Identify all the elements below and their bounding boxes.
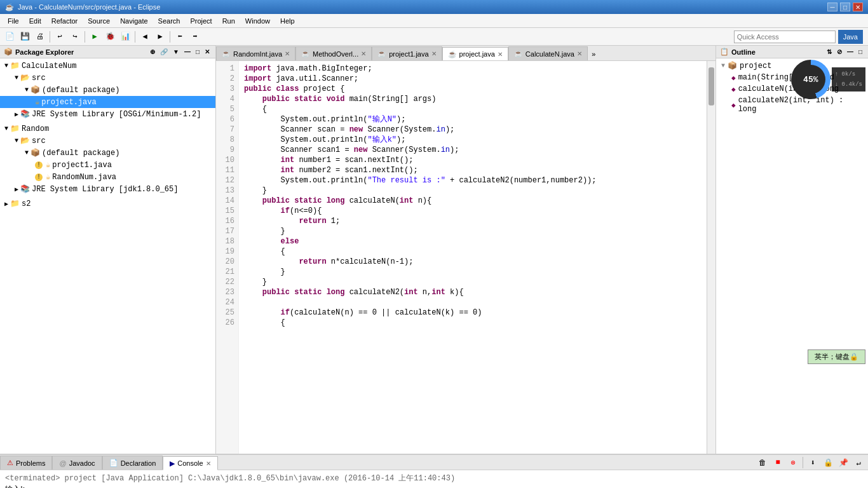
jre-library-random[interactable]: ▶ 📚 JRE System Library [jdk1.8.0_65] (0, 183, 215, 195)
console-terminate-button[interactable]: ⊗ (786, 456, 800, 470)
src-folder-random[interactable]: ▼ 📂 src (0, 135, 215, 147)
tab-console-close[interactable]: ✕ (206, 460, 211, 467)
pe-close-button[interactable]: ✕ (203, 48, 212, 56)
outline-sort-button[interactable]: ⇅ (825, 48, 834, 56)
tab-overflow-button[interactable]: » (588, 49, 600, 60)
console-scroll-lock[interactable]: 🔒 (821, 456, 835, 470)
run-button[interactable]: ▶ (88, 30, 102, 44)
tab-declaration[interactable]: 📄 Declaration (102, 456, 163, 470)
outline-filter-button[interactable]: ⊘ (835, 48, 844, 56)
ime-indicator[interactable]: 英半；键盘🔒 (808, 349, 865, 364)
console-scroll-end[interactable]: ⬇ (806, 456, 820, 470)
tab-methodoverl[interactable]: ☕ MethodOverl... ✕ (295, 46, 372, 60)
default-package-random[interactable]: ▼ 📦 (default package) (0, 147, 215, 159)
tab-problems[interactable]: ⚠ Problems (0, 456, 52, 470)
project-random[interactable]: ▼ 📁 Random (0, 123, 215, 135)
close-button[interactable]: ✕ (853, 3, 863, 11)
java-file-icon: ☕ (35, 97, 39, 107)
tab-calculaten[interactable]: ☕ CalculateN.java ✕ (508, 46, 588, 60)
prev-button[interactable]: ◀ (138, 30, 152, 44)
menu-window[interactable]: Window (240, 16, 275, 26)
nav-fwd-button[interactable]: ➡ (188, 30, 202, 44)
project1-java-file[interactable]: ! ☕ project1.java (0, 159, 215, 171)
menu-source[interactable]: Source (83, 16, 115, 26)
tab-project[interactable]: ☕ project.java ✕ (442, 47, 508, 61)
nav-back-button[interactable]: ⬅ (173, 30, 187, 44)
next-button[interactable]: ▶ (153, 30, 167, 44)
maximize-button[interactable]: □ (840, 3, 850, 11)
menu-project[interactable]: Project (185, 16, 217, 26)
editor-tabs: ☕ RandomInt.java ✕ ☕ MethodOverl... ✕ ☕ … (216, 46, 715, 61)
declaration-icon: 📄 (109, 459, 118, 467)
outline-header: 📋 Outline ⇅ ⊘ — □ (716, 46, 868, 58)
package-explorer-toolbar[interactable]: ⊕ 🔗 ▼ — □ ✕ (148, 48, 212, 56)
undo-button[interactable]: ↩ (53, 30, 67, 44)
menu-run[interactable]: Run (217, 16, 240, 26)
title-bar-controls[interactable]: ─ □ ✕ (827, 3, 863, 11)
print-button[interactable]: 🖨 (33, 30, 47, 44)
line-numbers: 1 2 3 4 5 6 7 8 9 10 11 12 13 14 15 16 1… (216, 61, 239, 454)
tab-javadoc[interactable]: @ Javadoc (52, 456, 102, 470)
quick-access-area: Java (203, 30, 865, 44)
menu-refactor[interactable]: Refactor (46, 16, 83, 26)
tab-methodoverl-close[interactable]: ✕ (361, 50, 366, 57)
cpu-stats: ↑ 0k/s ↓ 0.4k/s (832, 67, 865, 92)
library-label: JRE System Library [OSGi/Minimum-1.2] (32, 110, 201, 119)
project-icon: 📁 (10, 124, 20, 133)
java-perspective-button[interactable]: Java (838, 30, 863, 44)
default-package-calculatenum[interactable]: ▼ 📦 (default package) (0, 84, 215, 96)
outline-minimize-button[interactable]: — (845, 48, 855, 56)
tab-calculaten-close[interactable]: ✕ (577, 50, 582, 57)
randomnum-java-file[interactable]: ! ☕ RandomNum.java (0, 171, 215, 183)
expand-icon: ▼ (4, 125, 8, 132)
pe-minimize-button[interactable]: — (182, 48, 193, 56)
tab-javadoc-label: Javadoc (69, 459, 95, 467)
src-folder-calculatenum[interactable]: ▼ 📂 src (0, 72, 215, 84)
package-icon-random: 📦 (31, 148, 40, 158)
tab-console[interactable]: ▶ Console ✕ (163, 456, 217, 470)
console-stop-button[interactable]: ■ (771, 456, 785, 470)
console-word-wrap[interactable]: ↵ (851, 456, 865, 470)
menu-file[interactable]: File (3, 16, 24, 26)
outline-toolbar[interactable]: ⇅ ⊘ — □ (825, 48, 864, 56)
tab-randomint-close[interactable]: ✕ (285, 50, 290, 57)
toolbar-separator-3 (135, 31, 135, 43)
tab-project1[interactable]: ☕ project1.java ✕ (372, 46, 442, 60)
console-pin-button[interactable]: 📌 (836, 456, 850, 470)
project-label: CalculateNum (22, 62, 76, 71)
menu-help[interactable]: Help (275, 16, 300, 26)
cpu-widget: 45% ↑ 0k/s ↓ 0.4k/s (791, 60, 865, 99)
pe-maximize-button[interactable]: □ (194, 48, 201, 56)
quick-access-input[interactable] (734, 30, 836, 43)
package-explorer-header: 📦 Package Explorer ⊕ 🔗 ▼ — □ ✕ (0, 46, 215, 58)
console-clear-button[interactable]: 🗑 (756, 456, 770, 470)
pe-collapse-button[interactable]: ⊕ (148, 48, 157, 56)
pe-link-button[interactable]: 🔗 (158, 48, 170, 56)
line-num-20: 20 (220, 257, 234, 267)
menu-edit[interactable]: Edit (24, 16, 46, 26)
tab-project1-close[interactable]: ✕ (431, 50, 437, 57)
project-s2[interactable]: ▶ 📁 s2 (0, 198, 215, 210)
project-java-file[interactable]: ☕ project.java (0, 96, 215, 108)
editor-scrollbar-thumb[interactable] (709, 67, 714, 105)
pe-menu-button[interactable]: ▼ (171, 48, 181, 56)
jre-library-calculatenum[interactable]: ▶ 📚 JRE System Library [OSGi/Minimum-1.2… (0, 108, 215, 120)
menu-search[interactable]: Search (153, 16, 186, 26)
new-button[interactable]: 📄 (3, 30, 17, 44)
menu-navigate[interactable]: Navigate (115, 16, 153, 26)
redo-button[interactable]: ↪ (68, 30, 82, 44)
code-editor[interactable]: import java.math.BigInteger; import java… (239, 61, 707, 454)
tab-project-close[interactable]: ✕ (498, 51, 503, 58)
project-calculatenum[interactable]: ▼ 📁 CalculateNum (0, 60, 215, 72)
src-icon: 📂 (20, 136, 30, 146)
tab-randomint[interactable]: ☕ RandomInt.java ✕ (216, 46, 295, 60)
bottom-tabs: ⚠ Problems @ Javadoc 📄 Declaration ▶ Con… (0, 455, 868, 470)
save-button[interactable]: 💾 (18, 30, 32, 44)
console-output-area[interactable]: <terminated> project [Java Application] … (0, 470, 868, 488)
outline-maximize-button[interactable]: □ (857, 48, 864, 56)
debug-button[interactable]: 🐞 (103, 30, 117, 44)
editor-scrollbar[interactable] (707, 61, 715, 454)
minimize-button[interactable]: ─ (827, 3, 837, 11)
outline-project-label: project (740, 62, 771, 71)
coverage-button[interactable]: 📊 (118, 30, 132, 44)
